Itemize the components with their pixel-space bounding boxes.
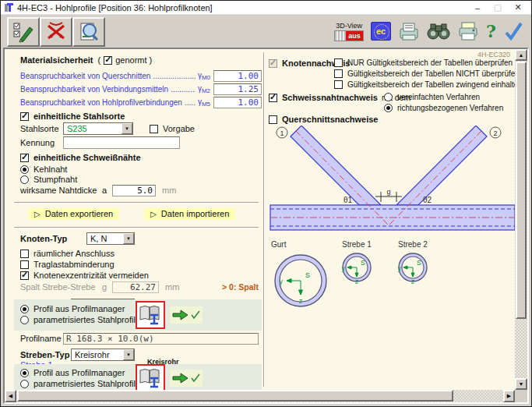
edit-data-button[interactable] <box>7 17 40 47</box>
kennung-label: Kennung <box>20 138 55 147</box>
querschnitt-label: Querschnittsnachweise <box>282 115 379 124</box>
kn-opt1-checkbox[interactable] <box>334 58 343 67</box>
gurt-profilmanager-button[interactable] <box>136 301 165 329</box>
profilname-field: R 168.3 × 10.0(w) <box>63 333 259 345</box>
stahlsorte-row: Stahlsorte S235 ▼ Vorgabe <box>20 124 254 133</box>
schweissnachweis-checkbox[interactable] <box>269 94 277 102</box>
chevron-down-icon[interactable]: ▼ <box>123 233 134 244</box>
scroll-down-button[interactable]: ▼ <box>515 378 527 390</box>
kn-opt3-checkbox[interactable] <box>334 80 343 89</box>
vscroll-thumb[interactable] <box>516 62 527 319</box>
kehlnaht-radio[interactable] <box>20 165 29 174</box>
strebe-profilmanager-radio[interactable] <box>20 369 29 377</box>
chevron-down-icon[interactable]: ▼ <box>122 123 132 134</box>
view3d-state: aus <box>346 31 363 41</box>
form-panel: 4H-EC320 Materialsicherheit ( genormt ) … <box>5 49 515 390</box>
kn-opt2-row: Gültigkeitsbereich der Tabellen NICHT üb… <box>334 69 515 78</box>
strebe-typ-row: Streben-Typ Kreisrohr ▼ Kreisrohr <box>20 350 259 359</box>
kn-opt1-row: NUR Gültigkeitsbereich der Tabellen über… <box>334 58 513 67</box>
kehlnaht-row: Kehlnaht <box>20 165 67 174</box>
genormt-label: genormt <box>115 55 146 65</box>
verfahren2-row: richtungsbezogenen Verfahren <box>384 104 503 112</box>
strebe-parametrisiert-radio[interactable] <box>20 380 29 388</box>
nahtdicke-field[interactable]: 5.0 <box>112 185 156 196</box>
green-arrow-icon <box>172 373 189 384</box>
close-button[interactable]: ✕ <box>508 2 528 14</box>
strebe-profilmanager-label: Profil aus Profilmanager <box>33 368 125 377</box>
view3d-toggle[interactable]: 3D-View aus <box>334 22 364 41</box>
hscroll-thumb[interactable] <box>17 390 453 402</box>
maximize-button[interactable]: ▢ <box>488 2 508 14</box>
kehlnaht-label: Kehlnaht <box>33 165 67 174</box>
red-crossed-arrows-icon <box>45 21 67 43</box>
joint-diagram: g θ1 θ2 1 2 Gurt <box>267 126 515 317</box>
kennung-input[interactable] <box>63 136 180 149</box>
column-divider <box>263 52 265 387</box>
raeumlich-checkbox[interactable] <box>20 250 29 258</box>
gurt-axis-s: S <box>305 271 310 279</box>
gurt-profilmanager-radio[interactable] <box>20 305 29 313</box>
knoten-typ-dropdown[interactable]: K, N ▼ <box>86 232 135 245</box>
kn-opt2-label: Gültigkeitsbereich der Tabellen NICHT üb… <box>347 69 515 78</box>
import-label: Daten importieren <box>161 209 229 218</box>
traglast-label: Traglastabminderung <box>33 260 115 269</box>
strebe-typ-dropdown[interactable]: Kreisrohr ▼ <box>71 349 135 361</box>
stumpfnaht-radio[interactable] <box>20 175 29 184</box>
import-button[interactable]: ▷ Daten importieren <box>144 208 235 220</box>
gamma-m5-field[interactable]: 1.00 <box>213 97 262 108</box>
confirm-check-icon[interactable] <box>503 21 523 41</box>
divider <box>14 227 259 228</box>
stahlsorte-dropdown[interactable]: S235 ▼ <box>63 122 133 135</box>
copy-output-icon[interactable] <box>398 21 420 41</box>
eurocode-icon[interactable]: ec <box>371 22 391 41</box>
gamma-m0-field[interactable]: 1.00 <box>213 70 262 82</box>
gap-label: g <box>386 188 390 196</box>
exzentrizitaet-checkbox[interactable] <box>20 271 29 280</box>
kennung-row: Kennung <box>20 138 254 147</box>
kn-opt2-checkbox[interactable] <box>334 69 343 78</box>
nahtdicke-label: wirksame Nahtdicke <box>20 186 97 195</box>
horizontal-scrollbar[interactable]: ◀ ▶ <box>5 390 515 402</box>
verfahren1-row: vereinfachten Verfahren <box>384 93 480 101</box>
gamma-m2-label: Beanspruchbarkeit von Verbindungsmitteln <box>20 85 168 94</box>
export-button[interactable]: ▷ Daten exportieren <box>28 208 119 220</box>
preview-button[interactable] <box>72 17 105 47</box>
chevron-down-icon[interactable]: ▼ <box>123 349 134 360</box>
strebe-profilmanager-button[interactable] <box>136 364 165 390</box>
strebe2-axis-z: z <box>411 278 414 285</box>
theta2-label: θ2 <box>423 196 432 204</box>
strebe-typ-value: Kreisrohr <box>75 350 110 359</box>
vereinfacht-radio[interactable] <box>384 93 393 101</box>
traglast-checkbox[interactable] <box>20 260 29 269</box>
scroll-right-button[interactable]: ▶ <box>503 390 515 402</box>
genormt-checkbox[interactable] <box>104 56 112 65</box>
help-icon[interactable]: ? <box>486 23 496 39</box>
gamma-m2-field[interactable]: 1.25 <box>213 83 262 95</box>
scroll-left-button[interactable]: ◀ <box>5 390 16 402</box>
querschnitt-checkbox[interactable] <box>269 115 277 124</box>
profilname-row: Profilname R 168.3 × 10.0(w) <box>20 334 259 343</box>
checklist-pencil-icon <box>12 21 34 43</box>
print-icon[interactable] <box>457 21 479 41</box>
vorgabe-checkbox[interactable] <box>150 125 158 133</box>
schweissnaehte-check-row: einheitliche Schweißnähte <box>20 153 141 162</box>
gamma-row: Beanspruchbarkeit von Querschnitten ....… <box>20 70 262 82</box>
scrollbar-corner <box>515 390 527 402</box>
material-title: Materialsicherheit <box>20 55 93 65</box>
toolbar-right-group: 3D-View aus ec <box>334 21 531 41</box>
divider <box>14 202 259 204</box>
discard-button[interactable] <box>40 17 72 47</box>
kn-opt1-label: NUR Gültigkeitsbereich der Tabellen über… <box>347 58 513 67</box>
minimize-button[interactable]: – <box>467 2 488 14</box>
gurt-parametrisiert-radio[interactable] <box>20 316 29 324</box>
binoculars-icon[interactable] <box>427 21 450 41</box>
spalt-row: Spalt Strebe-Strebe g 62.27 mm > 0: Spal… <box>20 282 259 292</box>
strebe2-axis-s: S <box>417 259 421 267</box>
vertical-scrollbar[interactable]: ▲ ▼ <box>515 49 527 390</box>
schweissnaehte-checkbox[interactable] <box>20 154 29 162</box>
stumpfnaht-label: Stumpfnaht <box>33 175 77 184</box>
scroll-up-button[interactable]: ▲ <box>515 49 527 61</box>
richtungsbezogen-radio[interactable] <box>384 104 393 112</box>
gurt-axis-z: z <box>299 297 303 305</box>
stahlsorte-checkbox[interactable] <box>20 112 29 121</box>
